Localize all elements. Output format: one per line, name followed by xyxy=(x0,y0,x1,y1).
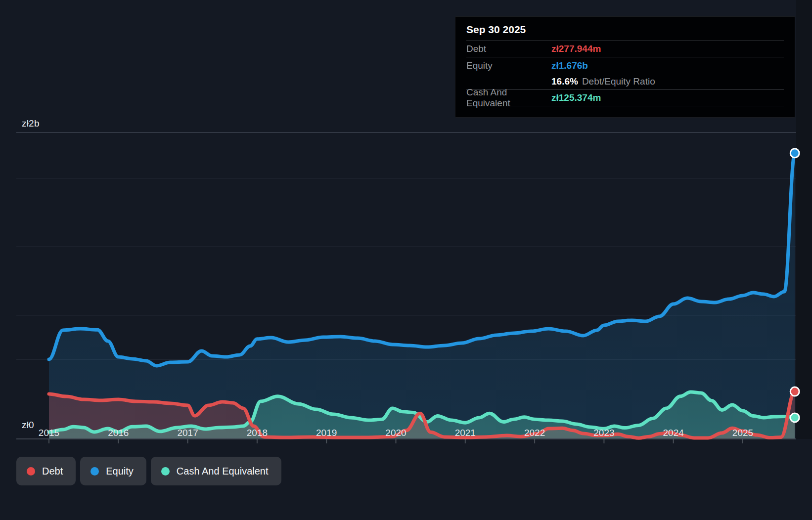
x-axis-label-2016: 2016 xyxy=(96,428,140,438)
debt-dot-icon xyxy=(27,467,35,476)
tooltip-debt-label: Debt xyxy=(466,43,551,54)
tooltip-ratio-value: 16.6% xyxy=(551,76,578,87)
x-axis-label-2015: 2015 xyxy=(27,428,71,438)
x-axis-label-2025: 2025 xyxy=(721,428,765,438)
x-axis-label-2021: 2021 xyxy=(443,428,488,438)
tooltip-row-equity: Equity zł1.676b xyxy=(466,57,784,74)
balance-sheet-history-chart: zł2b zł0 2015201620172018201920202021202… xyxy=(0,0,812,520)
tooltip-equity-label: Equity xyxy=(466,60,551,71)
plot-right-margin xyxy=(796,0,812,439)
cash-dot-icon xyxy=(161,467,170,476)
equity-dot-icon xyxy=(90,467,99,476)
legend-cash-label: Cash And Equivalent xyxy=(177,466,269,477)
x-axis-label-2022: 2022 xyxy=(512,428,557,438)
legend-equity-label: Equity xyxy=(106,466,134,477)
legend-item-cash[interactable]: Cash And Equivalent xyxy=(151,457,281,485)
legend-debt-label: Debt xyxy=(42,466,63,477)
chart-tooltip: Sep 30 2025 Debt zł277.944m Equity zł1.6… xyxy=(455,16,795,118)
tooltip-debt-value: zł277.944m xyxy=(551,43,601,54)
x-axis-label-2020: 2020 xyxy=(374,428,418,438)
tooltip-row-cash: Cash And Equivalent zł125.374m xyxy=(466,90,784,106)
equity-end-dot xyxy=(790,149,799,158)
tooltip-row-debt: Debt zł277.944m xyxy=(466,41,784,57)
x-axis-label-2017: 2017 xyxy=(166,428,210,438)
tooltip-date: Sep 30 2025 xyxy=(466,17,784,41)
chart-legend: Debt Equity Cash And Equivalent xyxy=(16,457,281,485)
x-axis-label-2024: 2024 xyxy=(651,428,696,438)
y-axis-max-label: zł2b xyxy=(22,118,40,129)
legend-item-debt[interactable]: Debt xyxy=(16,457,76,485)
cash-and-equivalent-end-dot xyxy=(790,413,799,422)
debt-end-dot xyxy=(790,387,799,396)
tooltip-cash-label: Cash And Equivalent xyxy=(466,87,551,109)
tooltip-equity-value: zł1.676b xyxy=(551,60,588,71)
tooltip-cash-value: zł125.374m xyxy=(551,92,601,103)
x-axis-label-2018: 2018 xyxy=(235,428,279,438)
x-axis-label-2019: 2019 xyxy=(304,428,349,438)
x-axis-label-2023: 2023 xyxy=(582,428,626,438)
legend-item-equity[interactable]: Equity xyxy=(80,457,146,485)
tooltip-ratio-label: Debt/Equity Ratio xyxy=(582,76,655,87)
